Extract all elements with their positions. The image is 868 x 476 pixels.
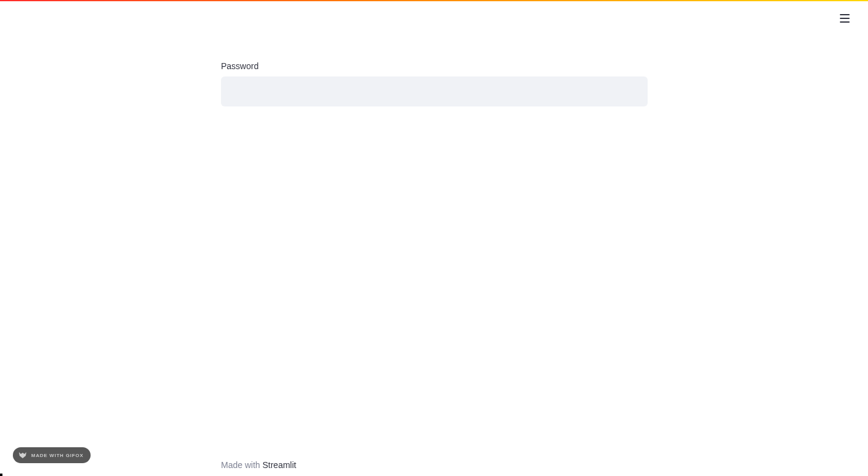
hamburger-icon [840, 21, 850, 23]
hamburger-menu-button[interactable] [840, 12, 852, 24]
loading-gradient-bar [0, 0, 868, 1]
recording-indicator [0, 474, 2, 476]
password-label: Password [221, 61, 648, 71]
main-content: Password [221, 61, 648, 106]
footer-brand-link[interactable]: Streamlit [263, 460, 296, 470]
password-input[interactable] [221, 76, 648, 106]
gifox-badge-text: MADE WITH GIFOX [31, 453, 83, 458]
hamburger-icon [840, 18, 850, 19]
gifox-fox-icon [18, 450, 28, 460]
gifox-badge[interactable]: MADE WITH GIFOX [13, 447, 91, 463]
footer-made-with: Made with [221, 460, 263, 470]
hamburger-icon [840, 14, 850, 15]
footer: Made with Streamlit [221, 460, 296, 470]
